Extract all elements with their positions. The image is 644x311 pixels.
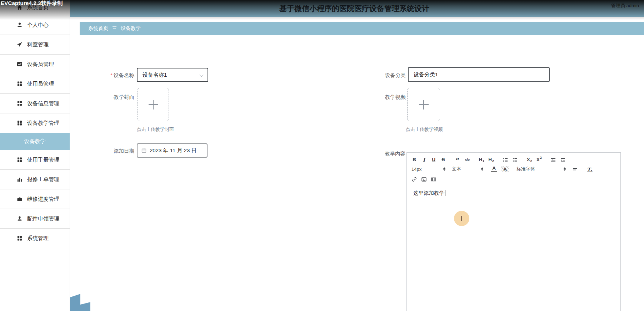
indent-button[interactable]	[560, 156, 566, 163]
sidebar-item-equipment-staff[interactable]: 设备员管理	[0, 55, 70, 74]
bold-button[interactable]: B	[411, 156, 417, 163]
header1-button[interactable]: H1	[479, 156, 484, 163]
strikethrough-button[interactable]: S	[440, 156, 446, 163]
teaching-content-label: 教学内容	[373, 151, 405, 157]
device-name-select[interactable]: 设备名称1	[137, 68, 208, 82]
indent-icon	[560, 158, 565, 163]
grid-icon	[17, 235, 23, 241]
ordered-list-icon	[503, 158, 508, 163]
outdent-button[interactable]	[550, 156, 556, 163]
breadcrumb-separator-icon: 三	[112, 25, 117, 32]
bullet-list-icon	[513, 158, 518, 163]
breadcrumb-home[interactable]: 系统首页	[88, 25, 108, 32]
home-icon	[17, 5, 23, 10]
i-beam-cursor-icon: I	[460, 214, 463, 223]
align-button[interactable]	[572, 166, 578, 172]
teaching-cover-label: 教学封面	[101, 94, 134, 101]
insert-video-button[interactable]	[431, 175, 436, 182]
picker-arrows-icon	[564, 167, 566, 171]
text-color-button[interactable]: A	[491, 166, 497, 172]
plus-icon	[149, 100, 158, 109]
bullet-list-button[interactable]	[512, 156, 518, 163]
editor-toolbar: B I U S ” </> H1 H2 X2 X2	[407, 153, 620, 185]
sidebar-item-department[interactable]: 科室管理	[0, 35, 70, 55]
italic-button[interactable]: I	[421, 156, 427, 163]
link-icon	[412, 177, 417, 182]
blockquote-button[interactable]: ”	[455, 156, 460, 163]
toolbox-icon	[17, 196, 23, 202]
editor-content-area[interactable]: 这里添加教学	[407, 185, 620, 311]
bar-chart-icon	[17, 177, 23, 182]
sidebar-item-system[interactable]: 系统管理	[0, 229, 70, 248]
sidebar-item-equipment-teaching-mgmt[interactable]: 设备教学管理	[0, 113, 70, 133]
insert-link-button[interactable]	[411, 175, 417, 182]
plus-icon	[419, 100, 429, 109]
header: 基于微信小程序的医院医疗设备管理系统设计 管理员 admin	[70, 0, 644, 17]
device-category-label: 设备分类	[373, 72, 406, 79]
sidebar-item-equipment-teaching-active[interactable]: 设备教学	[0, 133, 70, 150]
teaching-cover-upload[interactable]	[138, 88, 169, 121]
teaching-cover-hint: 点击上传教学封面	[137, 126, 174, 133]
picker-arrows-icon	[481, 167, 483, 171]
underline-button[interactable]: U	[431, 156, 436, 163]
calendar-icon	[141, 148, 146, 153]
video-icon	[431, 177, 436, 182]
breadcrumb: 系统首页 三 设备教学	[80, 22, 644, 35]
grid-icon	[17, 101, 23, 106]
sidebar-item-manuals[interactable]: 使用手册管理	[0, 150, 70, 170]
ordered-list-button[interactable]	[503, 156, 508, 163]
text-caret	[445, 190, 445, 196]
sidebar-item-repair-progress[interactable]: 维修进度管理	[0, 189, 70, 209]
corner-flag-logo	[70, 292, 91, 311]
line-chart-icon	[17, 61, 23, 67]
app-window: 基于微信小程序的医院医疗设备管理系统设计 管理员 admin 系统首页 三 设备…	[0, 0, 644, 311]
grid-icon	[17, 81, 23, 87]
subscript-button[interactable]: X2	[526, 156, 532, 163]
sidebar-item-repair-orders[interactable]: 报修工单管理	[0, 170, 70, 189]
teaching-video-hint: 点击上传教学视频	[406, 126, 443, 133]
stamp-icon	[17, 216, 23, 221]
image-icon	[421, 177, 426, 182]
teaching-video-upload[interactable]	[407, 88, 440, 121]
background-color-button[interactable]: A	[501, 166, 509, 172]
clear-format-button[interactable]: Tx	[587, 166, 593, 172]
chevron-down-icon	[199, 73, 203, 77]
sidebar-item-equipment-info[interactable]: 设备信息管理	[0, 94, 70, 113]
sidebar-item-users[interactable]: 使用员管理	[0, 74, 70, 94]
sidebar-item-home[interactable]: 系统首页	[0, 0, 70, 15]
add-date-input[interactable]: 2023 年 11 月 23 日	[137, 143, 208, 158]
header2-button[interactable]: H2	[488, 156, 494, 163]
insert-image-button[interactable]	[421, 175, 427, 182]
user-icon	[17, 22, 23, 28]
sidebar-item-parts-requests[interactable]: 配件申领管理	[0, 209, 70, 229]
required-asterisk: *	[110, 72, 113, 78]
editor-text: 这里添加教学	[413, 190, 444, 196]
rich-text-editor: B I U S ” </> H1 H2 X2 X2	[406, 152, 621, 311]
align-icon	[573, 167, 578, 172]
add-date-label: 添加日期	[101, 148, 134, 154]
grid-icon	[17, 157, 23, 163]
device-name-label: *设备名称	[101, 72, 134, 79]
paper-plane-icon	[17, 42, 23, 47]
device-category-input[interactable]: 设备分类1	[408, 67, 550, 82]
user-menu[interactable]: 管理员 admin	[429, 0, 644, 9]
font-size-picker[interactable]: 14px	[411, 165, 445, 173]
code-block-button[interactable]: </>	[464, 156, 470, 163]
sidebar: 系统首页 个人中心 科室管理 设备员管理 使用员管理 设备信息管理 设备教学管理…	[0, 0, 70, 311]
teaching-video-label: 教学视频	[373, 94, 406, 101]
sidebar-item-profile[interactable]: 个人中心	[0, 15, 70, 35]
grid-icon	[17, 120, 23, 126]
breadcrumb-current: 设备教学	[121, 25, 141, 32]
font-family-picker[interactable]: 标准字体	[516, 165, 566, 173]
picker-arrows-icon	[443, 167, 445, 171]
superscript-button[interactable]: X2	[536, 156, 542, 163]
mouse-cursor-highlight: I	[454, 211, 469, 226]
outdent-icon	[551, 158, 556, 163]
header-style-picker[interactable]: 文本	[452, 165, 483, 173]
page-title: 基于微信小程序的医院医疗设备管理系统设计	[279, 4, 429, 14]
